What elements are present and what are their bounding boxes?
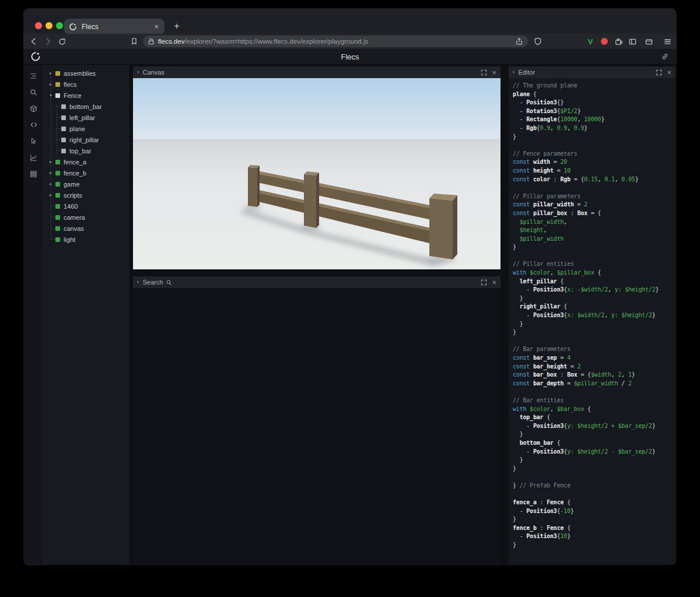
- code-line: [513, 252, 676, 261]
- url-bar[interactable]: flecs.dev/explorer/?wasm=https://www.fle…: [143, 36, 528, 47]
- sidebar-toggle-icon[interactable]: [626, 36, 638, 47]
- tree-connector: [54, 134, 60, 145]
- zoom-window-button[interactable]: [56, 22, 63, 29]
- code-line: }: [513, 465, 676, 473]
- code-line: fence_a : Fence {: [513, 498, 676, 507]
- desktop: { "colors": { "module_yellow": "#b3a437"…: [0, 0, 700, 597]
- tree-item-plane[interactable]: plane: [44, 123, 130, 134]
- tree-item-top_bar[interactable]: top_bar: [44, 145, 130, 156]
- chevron-down-icon[interactable]: ▾: [137, 280, 139, 285]
- code-line: const height = 10: [513, 167, 676, 175]
- minimize-window-button[interactable]: [46, 22, 52, 29]
- code-line: }: [513, 515, 676, 524]
- bookmark-icon[interactable]: [128, 36, 140, 47]
- close-icon[interactable]: ×: [492, 279, 496, 286]
- code-line: - Position3{x: $width/2, y: $height/2}: [513, 311, 676, 320]
- close-icon[interactable]: ×: [667, 69, 671, 76]
- chevron-right-icon[interactable]: ▸: [48, 68, 54, 79]
- link-icon[interactable]: [660, 52, 670, 61]
- chevron-down-icon[interactable]: ▾: [513, 70, 515, 75]
- code-line: const width = 20: [513, 158, 676, 167]
- code-line: - Position3{}: [513, 99, 676, 107]
- code-line: right_pillar {: [513, 303, 676, 311]
- chevron-down-icon[interactable]: ▾: [48, 90, 54, 101]
- app-header: Flecs: [23, 49, 677, 65]
- memory-icon[interactable]: [23, 166, 44, 181]
- code-line: // Fence parameters: [513, 150, 676, 159]
- chevron-right-icon[interactable]: ▸: [48, 167, 54, 178]
- canvas-viewport[interactable]: [133, 78, 501, 269]
- entity-swatch: [61, 127, 66, 131]
- forward-icon[interactable]: [42, 36, 54, 47]
- tab-close-icon[interactable]: ×: [153, 22, 160, 31]
- chevron-right-icon[interactable]: ▸: [48, 178, 54, 189]
- menu-icon[interactable]: [662, 36, 673, 47]
- chevron-right-icon[interactable]: ▸: [48, 79, 54, 90]
- chevron-right-icon[interactable]: ▸: [48, 156, 54, 167]
- horizon: [133, 139, 501, 142]
- wallet-icon[interactable]: [643, 36, 654, 47]
- outliner-icon[interactable]: [23, 68, 44, 83]
- browser-tab[interactable]: Flecs ×: [64, 19, 164, 34]
- cube-icon[interactable]: [23, 101, 44, 116]
- search-panel: ▾ Search ×: [133, 276, 501, 564]
- tree-item-bottom_bar[interactable]: bottom_bar: [44, 101, 130, 112]
- extensions-puzzle-icon[interactable]: [612, 36, 624, 47]
- app-title: Flecs: [341, 52, 359, 61]
- back-icon[interactable]: [28, 36, 40, 47]
- search-results-area[interactable]: [133, 288, 501, 564]
- code-icon[interactable]: [23, 117, 44, 132]
- brave-shield-icon[interactable]: [532, 36, 544, 47]
- code-line: const bar_height = 2: [513, 363, 676, 371]
- close-window-button[interactable]: [35, 22, 42, 29]
- editor-panel-header[interactable]: ▾ Editor ×: [509, 66, 676, 78]
- reload-icon[interactable]: [56, 36, 68, 47]
- tree-item-game[interactable]: ▸game: [44, 178, 130, 189]
- code-line: }: [513, 243, 676, 252]
- entity-label: Fence: [64, 92, 82, 99]
- browser-window: Flecs × + flecs.dev/explorer/?wasm=https…: [23, 8, 677, 566]
- tree-item-scripts[interactable]: ▸scripts: [44, 189, 130, 201]
- script-editor[interactable]: // The ground planeplane { - Position3{}…: [509, 78, 676, 564]
- entity-label: flecs: [64, 81, 77, 88]
- extension-v-icon[interactable]: V: [584, 36, 596, 47]
- entity-swatch: [55, 82, 60, 87]
- inspect-icon[interactable]: [23, 134, 44, 149]
- tree-item-light[interactable]: light: [44, 234, 130, 245]
- entity-swatch: [55, 237, 60, 242]
- share-icon[interactable]: [515, 37, 523, 45]
- extension-record-icon[interactable]: [598, 36, 610, 47]
- code-line: - Rectangle{10000, 10000}: [513, 115, 676, 124]
- chevron-down-icon[interactable]: ▾: [137, 70, 139, 75]
- close-icon[interactable]: ×: [492, 69, 496, 76]
- code-line: $height,: [513, 226, 676, 235]
- tree-item-canvas[interactable]: canvas: [44, 223, 130, 234]
- tree-item-1460[interactable]: 1460: [44, 201, 130, 212]
- tree-item-fence_b[interactable]: ▸fence_b: [44, 167, 130, 178]
- entity-swatch: [61, 138, 66, 142]
- entity-label: 1460: [64, 203, 78, 210]
- icon-rail: [23, 65, 44, 566]
- fence-middle-pillar: [304, 171, 319, 228]
- search-panel-header[interactable]: ▾ Search ×: [133, 276, 501, 288]
- chart-icon[interactable]: [23, 150, 44, 165]
- tree-item-camera[interactable]: camera: [44, 212, 130, 223]
- tree-item-flecs[interactable]: ▸flecs: [44, 79, 130, 90]
- expand-icon[interactable]: [655, 69, 663, 76]
- chevron-right-icon[interactable]: ▸: [48, 189, 54, 201]
- tree-item-assemblies[interactable]: ▸assemblies: [44, 68, 130, 79]
- search-icon[interactable]: [23, 85, 44, 100]
- expand-icon[interactable]: [480, 279, 488, 286]
- entity-label: left_pillar: [69, 114, 95, 121]
- tree-item-Fence[interactable]: ▾Fence: [44, 90, 130, 101]
- entity-swatch: [61, 104, 66, 109]
- tree-item-right_pillar[interactable]: right_pillar: [44, 134, 130, 145]
- entity-swatch: [55, 182, 60, 187]
- expand-icon[interactable]: [480, 69, 488, 76]
- entity-swatch: [55, 93, 60, 98]
- tree-item-left_pillar[interactable]: left_pillar: [44, 112, 130, 123]
- entity-swatch: [55, 215, 60, 220]
- canvas-panel-header[interactable]: ▾ Canvas ×: [133, 66, 501, 78]
- new-tab-button[interactable]: +: [170, 20, 183, 33]
- tree-item-fence_a[interactable]: ▸fence_a: [44, 156, 130, 167]
